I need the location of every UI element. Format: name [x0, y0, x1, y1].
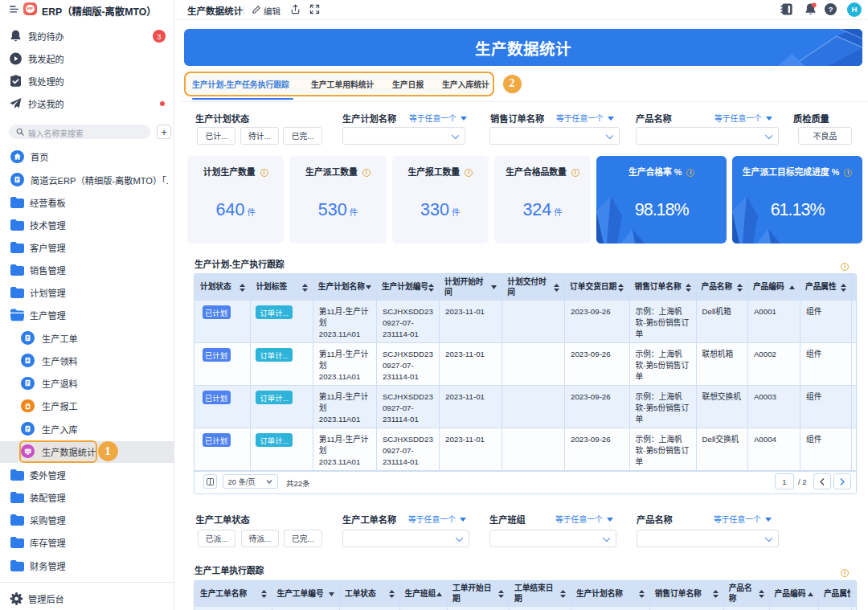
svg-text:?: ? [828, 5, 833, 14]
